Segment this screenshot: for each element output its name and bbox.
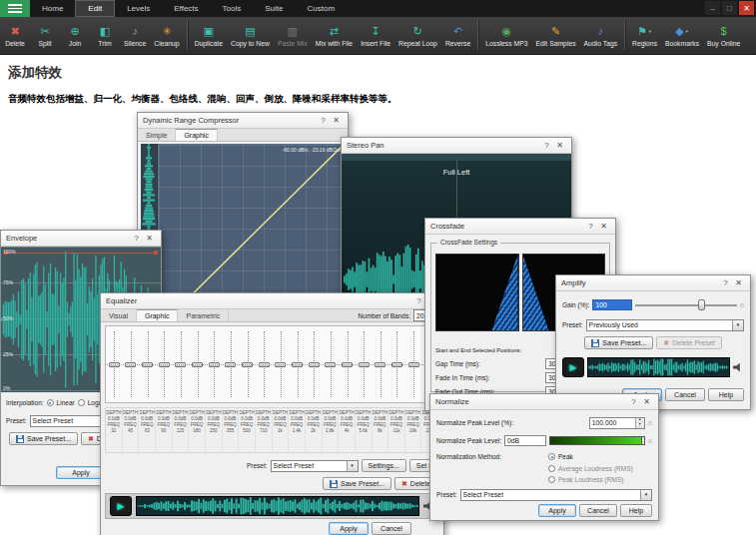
toolbar-item-silence[interactable]: ♪Silence (120, 17, 150, 54)
apply-button[interactable]: Apply (56, 466, 106, 479)
tab-visual[interactable]: Visual (101, 309, 137, 321)
gain-slider[interactable] (635, 299, 736, 310)
play-button[interactable]: ▶ (562, 357, 584, 377)
apply-button[interactable]: Apply (538, 504, 576, 517)
toolbar-item-edit-samples[interactable]: ✎Edit Samples (532, 17, 580, 54)
preset-dropdown[interactable]: Select Preset ▼ (271, 460, 359, 472)
maximize-button[interactable]: □ (722, 1, 737, 15)
number-of-bands-label: Number of Bands: (359, 309, 410, 321)
apply-label: Apply (548, 507, 566, 514)
dialog-titlebar[interactable]: Crossfade ? ✕ (425, 219, 615, 235)
apply-button[interactable]: Apply (329, 522, 369, 535)
close-icon[interactable]: ✕ (143, 234, 156, 243)
dialog-titlebar[interactable]: Normalize ? ✕ (430, 394, 658, 410)
close-icon[interactable]: ✕ (597, 222, 610, 231)
toolbar-item-delete[interactable]: ✖Delete (0, 17, 30, 54)
settings-button[interactable]: Settings... (362, 459, 406, 472)
toolbar-item-label: Cleanup (154, 40, 179, 47)
help-icon[interactable]: ? (317, 116, 330, 125)
cancel-button[interactable]: Cancel (372, 522, 411, 535)
close-icon[interactable]: ✕ (330, 116, 343, 125)
toolbar-item-bookmarks[interactable]: ◆▼Bookmarks (661, 17, 703, 54)
toolbar-item-reverse[interactable]: ↶Reverse (441, 17, 474, 54)
dropdown-arrow-icon[interactable]: ▼ (347, 461, 358, 471)
minimize-button[interactable]: – (705, 1, 720, 15)
save-preset-button[interactable]: Save Preset... (323, 477, 391, 490)
help-icon[interactable]: ? (719, 278, 732, 287)
gain-input[interactable]: 100 (592, 299, 632, 310)
preset-dropdown[interactable]: Previously Used ▼ (586, 319, 744, 331)
close-button[interactable]: ✕ (739, 1, 754, 15)
peak-level-input[interactable]: 0dB (504, 435, 546, 446)
dropdown-arrow-icon[interactable]: ▼ (640, 490, 651, 500)
dropdown-arrow-icon[interactable]: ▼ (732, 320, 743, 330)
toolbar-item-cleanup[interactable]: ✳Cleanup (150, 17, 183, 54)
radio-linear[interactable] (47, 399, 54, 406)
close-icon[interactable]: ✕ (553, 141, 566, 150)
radio-peak-loudness[interactable] (548, 476, 555, 483)
pan-slider-track[interactable] (342, 154, 571, 161)
dialog-titlebar[interactable]: Envelope ? ✕ (1, 231, 161, 247)
help-button[interactable]: Help (708, 388, 744, 401)
dialog-titlebar[interactable]: Dynamic Range Compressor ? ✕ (138, 113, 348, 129)
toolbar-item-copy-to-new[interactable]: ▤Copy to New (227, 17, 274, 54)
tab-graphic[interactable]: Graphic (137, 309, 179, 321)
toolbar-item-split[interactable]: ✂Split (30, 17, 60, 54)
save-preset-button[interactable]: Save Preset... (9, 432, 78, 445)
clip-a-panel[interactable] (435, 254, 519, 331)
menu-tab-suite[interactable]: Suite (253, 0, 295, 17)
close-icon[interactable]: ✕ (640, 397, 653, 406)
toolbar-item-repeat-loop[interactable]: ↻Repeat Loop (394, 17, 441, 54)
cancel-button[interactable]: Cancel (579, 504, 617, 517)
tab-graphic[interactable]: Graphic (176, 129, 218, 141)
buy-online-icon: $ (721, 26, 727, 37)
spin-down-icon[interactable]: ▼ (636, 423, 644, 428)
tab-parametric[interactable]: Parametric (178, 309, 229, 321)
dialog-titlebar[interactable]: Stereo Pan ? ✕ (342, 138, 571, 154)
toolbar-item-insert-file[interactable]: ↧Insert File (357, 17, 394, 54)
help-icon[interactable]: ? (584, 222, 597, 231)
save-preset-button[interactable]: Save Preset... (584, 336, 653, 349)
radio-peak[interactable] (548, 453, 555, 460)
anchor-icon[interactable]: ⌂ (648, 437, 652, 444)
play-button[interactable]: ▶ (110, 496, 132, 516)
tab-simple[interactable]: Simple (138, 129, 176, 141)
help-button[interactable]: Help (620, 504, 652, 517)
toolbar-item-mix-with-file[interactable]: ⇄Mix with File (312, 17, 357, 54)
toolbar-item-lossless-mp3[interactable]: ◉Lossless MP3 (481, 17, 531, 54)
radio-average-loudness[interactable] (548, 465, 555, 472)
help-icon[interactable]: ? (540, 141, 553, 150)
help-icon[interactable]: ? (130, 234, 143, 243)
menu-tab-home[interactable]: Home (30, 0, 75, 17)
toolbar-item-join[interactable]: ⊕Join (60, 17, 90, 54)
radio-logarithmic[interactable] (78, 399, 85, 406)
envelope-line[interactable] (5, 253, 157, 254)
toolbar-item-regions[interactable]: ⚑▼Regions (628, 17, 661, 54)
main-menu-button[interactable] (0, 0, 30, 17)
toolbar-item-buy-online[interactable]: $Buy Online (703, 17, 744, 54)
menu-tab-tools[interactable]: Tools (211, 0, 254, 17)
peak-level-slider[interactable] (549, 436, 645, 445)
speaker-icon[interactable] (733, 363, 744, 372)
slider-handle[interactable] (641, 437, 644, 444)
help-icon[interactable]: ? (627, 397, 640, 406)
peak-percent-label: Normalize Peak Level (%): (436, 419, 513, 426)
menu-tab-levels[interactable]: Levels (115, 0, 162, 17)
toolbar-item-trim[interactable]: ◧Trim (90, 17, 120, 54)
menu-tab-custom[interactable]: Custom (296, 0, 348, 17)
peak-percent-input[interactable]: 100.000 ▲ ▼ (589, 417, 645, 429)
close-icon[interactable]: ✕ (732, 278, 745, 287)
cancel-button[interactable]: Cancel (665, 388, 705, 401)
envelope-point[interactable] (154, 251, 158, 255)
slider-handle[interactable] (698, 299, 705, 310)
preset-dropdown[interactable]: Select Preset ▼ (460, 489, 652, 501)
anchor-icon[interactable]: ⌂ (648, 419, 652, 426)
dialog-titlebar[interactable]: Amplify ? ✕ (556, 275, 750, 291)
menu-tab-effects[interactable]: Effects (162, 0, 210, 17)
toolbar-item-audio-tags[interactable]: ♪Audio Tags (580, 17, 622, 54)
toolbar-item-duplicate[interactable]: ▣Duplicate (191, 17, 227, 54)
dialog-titlebar[interactable]: Equalizer ? ✕ (101, 293, 443, 309)
anchor-icon[interactable]: ⌂ (740, 301, 744, 308)
menu-tab-edit[interactable]: Edit (75, 0, 115, 17)
preset-label: Preset: (562, 321, 583, 328)
